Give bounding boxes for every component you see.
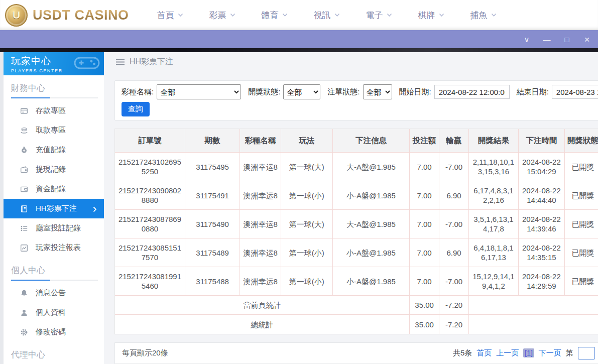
funds-record-icon	[20, 185, 28, 193]
table-cell: 2152172431026955250	[115, 153, 185, 181]
window-close-icon[interactable]: ×	[583, 35, 591, 44]
window-titlebar: ∨ — □ ×	[0, 30, 598, 48]
window-maximize-icon[interactable]: □	[563, 36, 571, 43]
table-cell: 小-A盤@1.985	[332, 181, 409, 210]
sidebar-item[interactable]: 廳室投註記錄	[4, 218, 104, 238]
nav-item-label: 捕魚	[470, 10, 488, 21]
table-cell: 2024-08-22 14:29:59	[518, 267, 564, 296]
nav-item[interactable]: 電子	[366, 10, 392, 21]
table-cell: 3,5,1,6,13,14,17,8	[469, 210, 519, 238]
table-cell: 大-A盤@1.985	[332, 210, 409, 238]
sidebar-item[interactable]: HH彩票下注	[4, 199, 104, 218]
table-cell: 大-A盤@1.985	[332, 153, 409, 181]
hamburger-icon[interactable]	[116, 59, 125, 65]
next-page-link[interactable]: 下一页	[539, 348, 561, 358]
sidebar-item[interactable]: 提現記錄	[4, 160, 104, 179]
nav-item[interactable]: 彩票	[209, 10, 235, 21]
coin-letter: U	[13, 9, 20, 21]
lottery-bet-icon	[20, 205, 28, 213]
profile-icon	[20, 309, 28, 317]
column-header: 下注時間	[518, 129, 564, 153]
nav-item-label: 電子	[366, 10, 383, 21]
main-content: HH彩票下注 彩種名稱: 全部 開獎狀態: 全部 注單狀態: 全部	[104, 52, 598, 364]
end-date-input[interactable]	[552, 85, 598, 99]
table-cell: 澳洲幸运8	[240, 210, 281, 238]
table-cell: 31175490	[185, 210, 240, 238]
table-cell: 31175488	[185, 267, 240, 296]
page-summary-row: 當前頁統計35.00-7.20	[115, 296, 598, 315]
nav-item[interactable]: 捕魚	[470, 10, 497, 21]
report-icon	[20, 244, 28, 252]
jump-prefix-label: 第	[566, 348, 573, 358]
sidebar-item[interactable]: 資金記錄	[4, 179, 104, 199]
table-cell: 31175491	[185, 181, 240, 210]
order-status-select[interactable]: 全部	[363, 84, 392, 99]
table-cell: 已開獎	[565, 153, 598, 181]
search-button[interactable]: 查詢	[122, 102, 150, 116]
bets-table: 訂單號期數彩種名稱玩法下注信息投注額輸贏開獎結果下注時間開獎狀態注單狀態 215…	[115, 129, 598, 334]
password-icon	[20, 328, 28, 336]
summary-cell: 35.00	[410, 315, 439, 334]
column-header: 開獎狀態	[565, 129, 598, 153]
column-header: 玩法	[281, 129, 332, 153]
draw-status-select[interactable]: 全部	[283, 84, 320, 99]
sidebar-item[interactable]: 充值記錄	[4, 140, 104, 160]
chevron-down-icon	[491, 13, 497, 17]
page-jump-input[interactable]	[578, 347, 595, 359]
chevron-down-icon	[178, 13, 183, 17]
summary-cell	[469, 296, 598, 315]
table-row: 215217243081991546031175488澳洲幸运8第一球(小)小-…	[115, 267, 598, 296]
start-date-input[interactable]	[434, 85, 510, 99]
table-cell: 2,11,18,10,13,15,3,16	[469, 153, 519, 181]
bets-table-card: 訂單號期數彩種名稱玩法下注信息投注額輸贏開獎結果下注時間開獎狀態注單狀態 215…	[114, 129, 598, 334]
prev-page-link[interactable]: 上一页	[496, 348, 519, 358]
table-cell: 澳洲幸运8	[240, 153, 281, 181]
nav-item-label: 視訊	[314, 10, 331, 21]
table-cell: 15,12,9,14,19,4,1,2	[469, 267, 519, 296]
summary-cell: -7.20	[439, 315, 469, 334]
sidebar-item[interactable]: 個人資料	[4, 303, 104, 322]
sidebar-item-label: 取款專區	[36, 126, 66, 135]
sidebar-subtitle: PLAYERS CENTER	[11, 68, 63, 73]
table-cell: 2152172430819915460	[115, 267, 185, 296]
table-row: 215217243087869088031175490澳洲幸运8第一球(大)大-…	[115, 210, 598, 238]
sidebar-item[interactable]: 消息公告	[4, 283, 104, 303]
gamepad-icon	[74, 54, 100, 73]
start-date-label: 開始日期:	[399, 87, 431, 97]
page-title: HH彩票下注	[130, 57, 173, 67]
chevron-down-icon	[230, 13, 235, 17]
sidebar-item[interactable]: 存款專區	[4, 101, 104, 120]
deposit-icon	[20, 107, 28, 115]
summary-cell: -7.20	[439, 296, 469, 315]
first-page-link[interactable]: 首页	[476, 348, 492, 358]
lottery-name-select[interactable]: 全部	[157, 84, 241, 99]
sidebar-item-label: 廳室投註記錄	[36, 223, 81, 233]
table-cell: 小-A盤@1.985	[332, 238, 409, 267]
current-page-indicator[interactable]: [1]	[523, 348, 534, 357]
site-header: U USDT CASINO 首頁彩票體育視訊電子棋牌捕魚	[0, 0, 598, 30]
nav-item[interactable]: 棋牌	[418, 10, 444, 21]
chevron-down-icon	[387, 13, 392, 17]
end-date-label: 結束日期:	[517, 87, 549, 97]
nav-item[interactable]: 體育	[262, 10, 288, 21]
pagination-bar: 每頁顯示20條 共5条 首页 上一页 [1] 下一页 第 页 跳转	[114, 342, 598, 364]
sidebar-item[interactable]: 取款專區	[4, 120, 104, 140]
sidebar-item-label: 修改密碼	[36, 327, 66, 337]
table-cell: 2024-08-22 14:44:40	[518, 181, 564, 210]
table-cell: -7.00	[439, 267, 469, 296]
nav-item-label: 體育	[262, 10, 279, 21]
sidebar-item[interactable]: 修改密碼	[4, 322, 104, 342]
column-header: 訂單號	[115, 129, 185, 153]
window-collapse-icon[interactable]: ∨	[523, 36, 531, 43]
nav-item[interactable]: 首頁	[157, 10, 183, 21]
sidebar-title: 玩家中心	[11, 55, 63, 68]
column-header: 輸贏	[439, 129, 469, 153]
window-minimize-icon[interactable]: —	[543, 36, 551, 43]
sidebar-item-label: 個人資料	[36, 308, 66, 317]
table-cell: 澳洲幸运8	[240, 267, 281, 296]
sidebar-item[interactable]: 玩家投注報表	[4, 238, 104, 258]
nav-item[interactable]: 視訊	[314, 10, 340, 21]
grand-summary-row: 總統計35.00-7.20	[115, 315, 598, 334]
lottery-name-label: 彩種名稱:	[122, 87, 154, 97]
sidebar-item-label: 提現記錄	[36, 165, 66, 174]
